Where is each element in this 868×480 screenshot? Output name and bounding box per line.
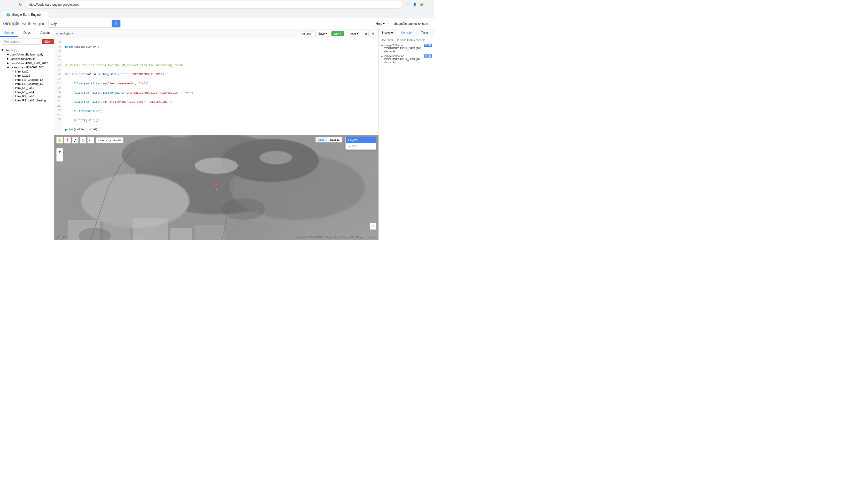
address-bar[interactable] xyxy=(25,1,402,8)
svg-point-14 xyxy=(222,198,265,220)
list-item[interactable]: 📄 Intro_RS_Lab2 xyxy=(2,86,53,90)
map-area[interactable]: ✋ 📍 ╱ ⬡ ▭ Geometry Imports + − Map Satel… xyxy=(54,135,378,240)
bookmark-icon[interactable]: ☆ xyxy=(405,2,410,7)
tab-console[interactable]: Console xyxy=(397,29,415,36)
tab-tasks[interactable]: Tasks xyxy=(416,29,434,36)
hand-tool-button[interactable]: ✋ xyxy=(56,137,63,143)
zoom-controls: + − xyxy=(56,148,63,162)
list-item[interactable]: 📄 Intro_RS_Charting_S2 xyxy=(2,82,53,86)
left-panel-tabs: Scripts Docs Assets xyxy=(0,29,54,37)
console-item-1[interactable]: ▶ ImageCollection COPERNICUS/S1_GRD (165… xyxy=(381,55,432,64)
file-icon: 📄 xyxy=(11,70,14,73)
right-panel: Inspector Console Tasks Use print(...) t… xyxy=(378,29,434,240)
reset-button[interactable]: Reset ▾ xyxy=(346,31,361,36)
code-content[interactable]: print(collectionVV); // Filter the colle… xyxy=(62,38,378,135)
file-icon: 📄 xyxy=(11,99,14,102)
code-editor[interactable]: 8910111213 141516171819 202122232425 pri… xyxy=(54,38,378,135)
new-script-button[interactable]: NEW ▾ xyxy=(42,39,55,44)
tree-folder-label: users/shaun/Buffalo_study xyxy=(10,53,43,56)
script-label: Intro_RS_Lab2 xyxy=(15,87,34,90)
user-profile-icon[interactable]: 👤 xyxy=(412,2,417,7)
owner-header[interactable]: ▶ Owner (6) xyxy=(2,48,53,52)
layer-checkbox-vv[interactable]: ✓ xyxy=(348,144,351,148)
layers-item-vv[interactable]: ✓ VV xyxy=(346,143,376,149)
user-button[interactable]: shaun@shaunlevick.com xyxy=(391,21,431,27)
script-label: Intro_RS_Lab6_charting xyxy=(15,99,46,102)
list-item[interactable]: ▼ users/shaun/ENV202_502 xyxy=(2,65,53,69)
search-button[interactable] xyxy=(112,20,120,28)
chevron-open-icon: ▼ xyxy=(6,66,9,69)
help-chevron-icon: ▾ xyxy=(383,22,385,26)
get-link-button[interactable]: Get Link xyxy=(298,31,314,36)
file-icon: 📄 xyxy=(11,91,14,94)
console-item-0[interactable]: ▶ ImageCollection COPERNICUS/S1_GRD (165… xyxy=(381,44,432,53)
filter-row: NEW ▾ xyxy=(0,37,54,46)
code-line-8: print(collectionVV); xyxy=(65,45,375,49)
console-json-badge-0[interactable]: JSON xyxy=(424,44,432,47)
owner-group: ▶ Owner (6) ▶ users/shaun/Buffalo_study … xyxy=(0,47,54,103)
list-item[interactable]: ▶ users/shaun/default xyxy=(2,57,53,61)
run-button[interactable]: Run ▾ xyxy=(332,31,344,36)
tab-assets[interactable]: Assets xyxy=(36,29,54,37)
list-item[interactable]: 📄 Intro_RS_Lab5 xyxy=(2,94,53,98)
list-item[interactable]: 📄 Intro_Lab2 xyxy=(2,69,53,74)
search-bar xyxy=(48,20,121,28)
save-label: Save xyxy=(318,32,325,35)
tab-title: Google Earth Engine xyxy=(12,13,40,16)
geometry-imports-button[interactable]: Geometry Imports xyxy=(96,137,123,143)
code-line-11: var collectionVH = ee.ImageCollection('C… xyxy=(65,72,375,77)
grid-view-button[interactable]: ⊞ xyxy=(363,31,369,36)
refresh-button[interactable]: ↻ xyxy=(18,2,23,7)
browser-tabs-bar: 🌍 Google Earth Engine xyxy=(0,9,434,18)
extension-icon[interactable]: 🧩 xyxy=(419,2,425,7)
line-tool-button[interactable]: ╱ xyxy=(72,137,79,143)
list-item[interactable]: ▶ users/shaun/ENV_EMM_2017 xyxy=(2,61,53,65)
zoom-in-button[interactable]: + xyxy=(56,148,63,155)
tab-inspector[interactable]: Inspector xyxy=(379,29,397,36)
fullscreen-button[interactable]: ⤢ xyxy=(370,223,376,230)
tree-folder-label: users/shaun/default xyxy=(10,57,35,60)
new-label: NEW xyxy=(44,40,51,43)
google-logo: Google xyxy=(3,21,20,27)
list-item[interactable]: 📄 Intro_Lab22 xyxy=(2,74,53,78)
list-item[interactable]: 📄 Intro_RS_Charting_L8 xyxy=(2,78,53,82)
list-item[interactable]: 📄 Intro_RS_Lab4 xyxy=(2,90,53,94)
tab-docs[interactable]: Docs xyxy=(18,29,36,37)
file-icon: 📄 xyxy=(11,95,14,98)
list-item[interactable]: ▶ users/shaun/Buffalo_study xyxy=(2,52,53,57)
help-button[interactable]: Help ▾ xyxy=(373,21,388,27)
svg-rect-8 xyxy=(132,218,168,240)
script-label: Intro_RS_Lab4 xyxy=(15,91,34,94)
console-json-badge-1[interactable]: JSON xyxy=(424,55,432,58)
logo-g2: g xyxy=(13,21,16,26)
forward-button[interactable]: → xyxy=(10,2,16,7)
svg-point-11 xyxy=(195,158,238,174)
code-line-9 xyxy=(65,54,375,59)
google-map-logo: Google xyxy=(56,235,66,238)
code-line-13: .filter(ee.Filter.listContains('transmit… xyxy=(65,91,375,96)
line-numbers: 8910111213 141516171819 202122232425 xyxy=(54,38,62,135)
zoom-out-button[interactable]: − xyxy=(56,155,63,162)
code-line-14: .filter(ee.Filter.eq('orbitProperties_pa… xyxy=(65,100,375,104)
layers-header: Layers xyxy=(346,137,376,143)
browser-tab[interactable]: 🌍 Google Earth Engine xyxy=(2,11,49,18)
more-options-icon[interactable]: ⋮ xyxy=(426,2,432,7)
rectangle-tool-button[interactable]: ▭ xyxy=(87,137,94,143)
map-type-satellite-button[interactable]: Satellite xyxy=(327,137,342,142)
map-type-map-button[interactable]: Map xyxy=(315,137,327,142)
filter-scripts-input[interactable] xyxy=(2,38,41,45)
save-button[interactable]: Save ▾ xyxy=(315,31,330,36)
main-layout: Scripts Docs Assets NEW ▾ ▶ Owner (6) xyxy=(0,29,434,240)
logo-o1: o xyxy=(7,21,10,26)
back-button[interactable]: ← xyxy=(2,2,8,7)
search-input[interactable] xyxy=(49,22,112,26)
point-tool-button[interactable]: 📍 xyxy=(64,137,71,143)
chevron-icon: ▶ xyxy=(7,57,9,60)
logo-o2: o xyxy=(10,21,13,26)
file-icon: 📄 xyxy=(11,78,14,81)
settings-button[interactable]: ⚙ xyxy=(370,31,376,36)
tab-scripts[interactable]: Scripts xyxy=(0,29,18,37)
script-label: Intro_RS_Charting_S2 xyxy=(15,82,44,85)
list-item[interactable]: 📄 Intro_RS_Lab6_charting xyxy=(2,98,53,102)
polygon-tool-button[interactable]: ⬡ xyxy=(80,137,86,143)
